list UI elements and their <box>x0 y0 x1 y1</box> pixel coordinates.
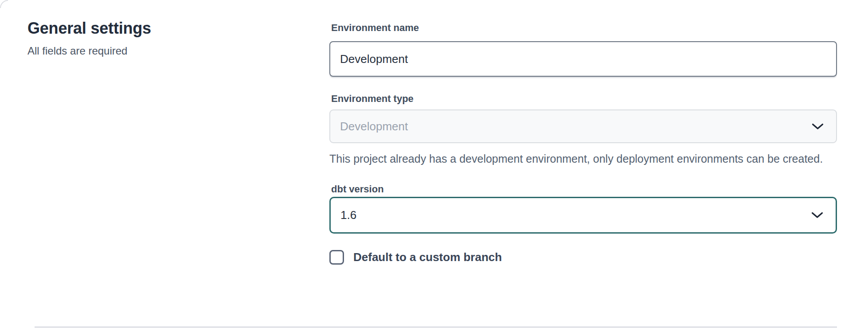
chevron-down-icon <box>812 123 824 130</box>
section-header: General settings All fields are required <box>27 19 276 58</box>
dbt-version-label: dbt version <box>329 184 837 195</box>
card-corner <box>0 0 8 8</box>
custom-branch-row: Default to a custom branch <box>329 250 837 265</box>
dbt-version-select[interactable]: 1.6 <box>329 197 837 234</box>
environment-name-input[interactable] <box>329 41 837 77</box>
environment-name-label: Environment name <box>329 22 837 34</box>
custom-branch-label[interactable]: Default to a custom branch <box>353 250 502 264</box>
section-subtitle: All fields are required <box>27 44 276 58</box>
page-title: General settings <box>27 19 276 38</box>
general-settings-form: Environment name Environment type Develo… <box>329 22 837 265</box>
environment-type-value: Development <box>340 120 408 133</box>
dbt-version-value: 1.6 <box>340 208 356 222</box>
environment-type-label: Environment type <box>329 93 837 105</box>
environment-type-select: Development <box>329 109 837 143</box>
chevron-down-icon <box>811 212 823 219</box>
custom-branch-checkbox[interactable] <box>329 250 344 265</box>
environment-type-helper: This project already has a development e… <box>329 150 837 168</box>
section-divider <box>35 326 837 328</box>
